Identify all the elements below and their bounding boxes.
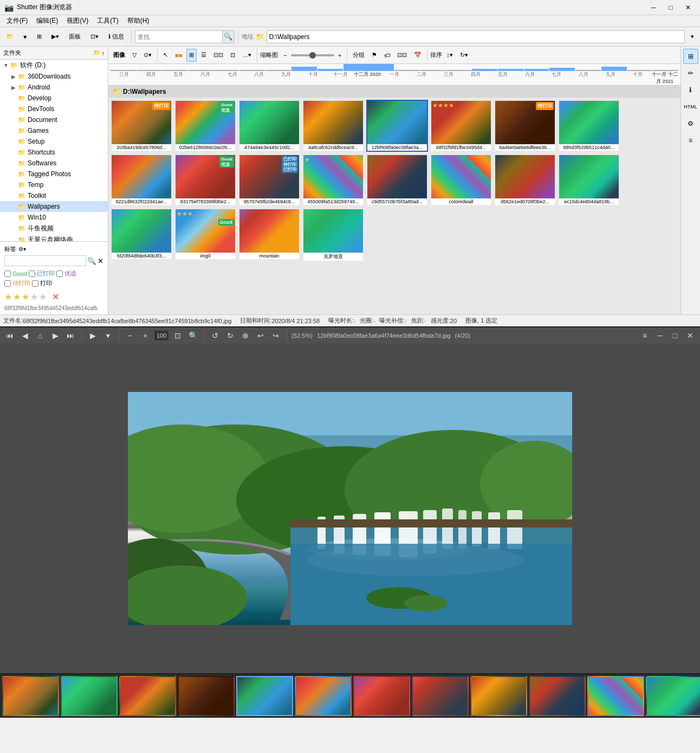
star-4[interactable]: ★ [30, 292, 38, 302]
preview-nav-last[interactable]: ⏭ [64, 329, 77, 342]
img-select-btn[interactable]: ↖ [160, 49, 171, 62]
thumb-7[interactable]: 待打印 6a46e0aebe6dfeee36... [494, 100, 556, 152]
tree-item-android[interactable]: ▶ 📁 Android [0, 82, 108, 93]
preview-rotate-left[interactable]: ↺ [209, 329, 222, 342]
zoom-slider[interactable] [291, 54, 334, 56]
preview-menu-btn[interactable]: ≡ [638, 329, 651, 342]
film-thumb-10[interactable] [529, 676, 586, 716]
rp-info-btn[interactable]: ℹ [683, 82, 698, 98]
thumb-8[interactable]: 885d3f52d6511c4d40... [558, 100, 620, 152]
star-2[interactable]: ★ [13, 292, 21, 302]
address-dropdown-btn[interactable]: ▾ [687, 29, 698, 44]
img-grid-btn[interactable]: ⊞ [186, 49, 197, 62]
zoom-handle[interactable] [309, 52, 316, 59]
tree-item-games[interactable]: 📁 Games [0, 125, 108, 136]
rp-html-btn[interactable]: HTML [683, 99, 698, 114]
tree-item-tianyi[interactable]: 📁 天翼云盘网络曲 [0, 234, 108, 241]
preview-nav-home[interactable]: ⌂ [34, 329, 47, 342]
film-thumb-4[interactable] [178, 676, 235, 716]
thumb-5[interactable]: 12bf908fa0ec08fae3a... [366, 100, 428, 152]
img-filter-btn[interactable]: ▽ [129, 49, 139, 62]
zoom-plus-btn[interactable]: + [335, 49, 344, 62]
preview-zoom-out[interactable]: − [124, 329, 137, 342]
tag-print-checkbox[interactable] [32, 280, 38, 287]
preview-nav-prev[interactable]: ◀ [18, 329, 31, 342]
compare-btn[interactable]: ⊡⊡ [394, 49, 410, 62]
tag-search-btn[interactable]: 🔍 [87, 257, 96, 265]
img-options-btn[interactable]: …▾ [239, 49, 254, 62]
menu-edit[interactable]: 编辑(E) [32, 15, 62, 27]
preview-zoom-value[interactable]: 100 [154, 330, 169, 341]
thumb-3[interactable]: 474a94e3e445c10d2... [238, 100, 300, 152]
tree-item-tagged[interactable]: 📁 Tagged Photos [0, 169, 108, 179]
tree-item-win10[interactable]: 📁 Win10 [0, 212, 108, 223]
toolbar-info-btn[interactable]: ℹ 信息 [105, 29, 128, 44]
toolbar-layout-btn[interactable]: ⊡▾ [87, 29, 102, 44]
preview-zoom-tool[interactable]: 🔍 [186, 329, 199, 342]
menu-tools[interactable]: 工具(T) [93, 15, 122, 27]
film-thumb-11[interactable] [587, 676, 644, 716]
tag-good-checkbox[interactable] [4, 271, 11, 277]
flag-btn[interactable]: ⚑ [369, 49, 380, 62]
thumb-6[interactable]: ★★★★ 68f32f9fd1fbe3495d4... [430, 100, 492, 152]
close-button[interactable]: ✕ [680, 2, 696, 13]
tag-item-printed[interactable]: 已打印 [29, 269, 55, 278]
preview-window-close[interactable]: ✕ [684, 329, 697, 342]
preview-more-btn[interactable]: ⊕ [239, 329, 252, 342]
img-detail-btn[interactable]: ⊡⊡ [211, 49, 226, 62]
star-delete[interactable]: ✕ [52, 292, 59, 302]
tree-item-toolkit[interactable]: 📁 Toolkit [0, 190, 108, 201]
preview-fit-btn[interactable]: ⊡ [171, 329, 184, 342]
tree-item-software[interactable]: ▼ 📁 软件 (D:) [0, 60, 108, 71]
tag-toprint-checkbox[interactable] [4, 280, 11, 287]
tree-item-douyu[interactable]: 📁 斗鱼视频 [0, 223, 108, 234]
thumb-10[interactable]: Good优选 83175ef783399fd0e2... [174, 154, 236, 206]
tree-item-temp[interactable]: 📁 Temp [0, 179, 108, 190]
thumb-16[interactable]: ec15dc4e804da819b... [558, 154, 620, 206]
thumb-18[interactable]: ★★★ Good img0 [174, 208, 236, 262]
tag-search-input[interactable] [4, 255, 86, 266]
tag-item-print[interactable]: 打印 [32, 279, 52, 287]
toolbar-panel-btn[interactable]: 面板 [65, 29, 85, 44]
toolbar-heart-btn[interactable]: ♥ [20, 29, 31, 44]
preview-nav-first[interactable]: ⏮ [3, 329, 16, 342]
film-thumb-7[interactable] [353, 676, 410, 716]
film-thumb-3[interactable] [119, 676, 176, 716]
tree-item-document[interactable]: 📁 Document [0, 114, 108, 125]
preview-play-btn[interactable]: ▶ [86, 329, 99, 342]
preview-rotate-right[interactable]: ↻ [224, 329, 237, 342]
thumb-4[interactable]: 4a8cafc62cddbceac9... [302, 100, 364, 152]
film-thumb-8[interactable] [412, 676, 469, 716]
zoom-minus-btn[interactable]: − [281, 49, 289, 62]
tag-select-checkbox[interactable] [56, 271, 63, 277]
tag2-btn[interactable]: 🏷 [381, 49, 393, 62]
preview-play-opts[interactable]: ▾ [101, 329, 114, 342]
film-thumb-5[interactable] [236, 676, 293, 716]
thumb-2[interactable]: Good优选 02be61286966c0ac05... [174, 100, 236, 152]
thumb-1[interactable]: 待打印 2c0ba419dce57806d... [111, 100, 172, 152]
preview-forward-btn[interactable]: ↪ [269, 329, 282, 342]
film-thumb-2[interactable] [61, 676, 118, 716]
img-toolbar-images[interactable]: 图像 [111, 49, 128, 62]
sidebar-up-btn[interactable]: 📁 [93, 49, 101, 56]
menu-help[interactable]: 帮助(H) [123, 15, 154, 27]
thumb-15[interactable]: d562e1ed0709f3be2... [494, 154, 556, 206]
film-thumb-1[interactable] [2, 676, 59, 716]
rotate-sort-btn[interactable]: ↻▾ [457, 49, 471, 62]
tag-printed-checkbox[interactable] [29, 271, 35, 277]
tree-item-shortcuts[interactable]: 📁 Shortcuts [0, 147, 108, 158]
search-button[interactable]: 🔍 [222, 31, 234, 43]
img-more-btn[interactable]: ⊡ [228, 49, 238, 62]
img-tag-btn[interactable]: ■■ [172, 49, 185, 62]
thumb-9[interactable]: 9221d8632f022d41ae... [111, 154, 172, 206]
group-btn[interactable]: 分组 [350, 49, 367, 62]
preview-zoom-in[interactable]: + [139, 329, 152, 342]
thumb-11[interactable]: 已打印待打印已打印 95707e5fb2de4b94c8... [238, 154, 300, 206]
sort-btn[interactable]: ↕▾ [444, 49, 456, 62]
tag-clear-btn[interactable]: ✕ [98, 257, 103, 265]
toolbar-folder-btn[interactable]: 📁 [2, 29, 17, 44]
thumb-20[interactable]: 克罗地亚 [302, 208, 364, 262]
preview-nav-next[interactable]: ▶ [49, 329, 62, 342]
star-5[interactable]: ★ [39, 292, 47, 302]
preview-window-min[interactable]: ─ [653, 329, 666, 342]
